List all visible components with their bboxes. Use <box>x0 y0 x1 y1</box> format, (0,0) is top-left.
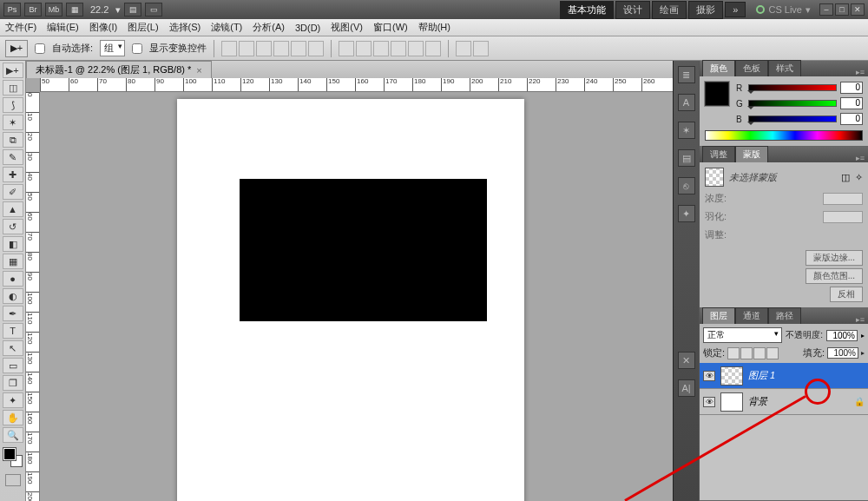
color-swatch-preview[interactable] <box>705 82 729 106</box>
current-tool-icon[interactable]: ▶+ <box>5 40 28 57</box>
marquee-tool[interactable]: ◫ <box>3 80 23 96</box>
tab-adjustments[interactable]: 调整 <box>702 146 735 162</box>
tab-paths[interactable]: 路径 <box>768 307 801 324</box>
align-icon-2[interactable] <box>239 41 254 56</box>
dock-icon-tools[interactable]: ✕ <box>678 352 695 369</box>
tab-channels[interactable]: 通道 <box>735 307 768 324</box>
screenmode-icon[interactable]: ▭ <box>145 3 162 16</box>
layer-name[interactable]: 图层 1 <box>748 369 865 382</box>
distribute-icon-5[interactable] <box>408 41 424 56</box>
workspace-painting[interactable]: 绘画 <box>652 1 687 19</box>
panel-menu-icon[interactable]: ▸≡ <box>856 68 868 76</box>
window-close-icon[interactable]: ✕ <box>851 3 865 16</box>
layer-thumb[interactable] <box>720 366 743 386</box>
distribute-icon-2[interactable] <box>356 41 372 56</box>
menu-image[interactable]: 图像(I) <box>89 21 117 34</box>
gradient-tool[interactable]: ▦ <box>3 254 23 269</box>
window-min-icon[interactable]: – <box>819 3 833 16</box>
align-icon-5[interactable] <box>291 41 306 56</box>
history-tool[interactable]: ↺ <box>3 219 23 234</box>
shape-tool[interactable]: ▭ <box>3 358 23 373</box>
bridge-icon[interactable]: Br <box>24 3 42 16</box>
minibridge-icon[interactable]: Mb <box>45 3 62 16</box>
align-icon-6[interactable] <box>308 41 324 56</box>
dock-icon-history[interactable]: ≣ <box>678 66 695 83</box>
panel-menu-icon[interactable]: ▸≡ <box>856 315 868 324</box>
distribute-icon-3[interactable] <box>373 41 389 56</box>
tab-color[interactable]: 颜色 <box>702 60 735 76</box>
align-icon-3[interactable] <box>256 41 272 56</box>
workspace-photography[interactable]: 摄影 <box>688 1 723 19</box>
dock-icon-paragraph[interactable]: A| <box>678 379 695 397</box>
eraser-tool[interactable]: ◧ <box>3 236 23 252</box>
menu-edit[interactable]: 编辑(E) <box>47 21 79 34</box>
dodge-tool[interactable]: ◐ <box>3 288 23 304</box>
opacity-arrow-icon[interactable]: ▸ <box>861 332 865 339</box>
color-range-button[interactable]: 颜色范围... <box>806 268 863 284</box>
opacity-value[interactable]: 100% <box>826 330 858 341</box>
g-slider[interactable] <box>748 100 837 107</box>
tab-styles[interactable]: 样式 <box>768 60 801 76</box>
workspace-essentials[interactable]: 基本功能 <box>560 1 614 19</box>
crop-tool[interactable]: ⧉ <box>3 132 23 148</box>
dock-icon-character[interactable]: A <box>678 94 695 111</box>
heal-tool[interactable]: ✚ <box>3 167 23 182</box>
auto-select-combo[interactable]: 组 <box>100 40 125 56</box>
hand-tool[interactable]: ✋ <box>3 410 23 425</box>
align-icon-1[interactable] <box>221 41 237 56</box>
cs-live[interactable]: CS Live▾ <box>756 4 811 16</box>
zoom-tool[interactable]: 🔍 <box>3 427 23 443</box>
invert-button[interactable]: 反相 <box>830 287 863 302</box>
stamp-tool[interactable]: ▲ <box>3 201 23 217</box>
path-tool[interactable]: ↖ <box>3 340 23 356</box>
spectrum-ramp[interactable] <box>705 130 863 141</box>
pen-tool[interactable]: ✒ <box>3 306 23 321</box>
b-slider[interactable] <box>748 115 837 122</box>
dock-icon-density[interactable]: ⎋ <box>678 177 695 194</box>
visibility-icon[interactable]: 👁 <box>703 397 715 407</box>
dock-icon-brushpresets[interactable]: ▤ <box>678 149 695 167</box>
close-tab-icon[interactable]: × <box>196 65 201 76</box>
docs-icon[interactable]: ▦ <box>66 3 83 16</box>
mask-edge-button[interactable]: 蒙版边缘... <box>806 250 863 266</box>
menu-layer[interactable]: 图层(L) <box>128 21 158 34</box>
align-icon-4[interactable] <box>273 41 289 56</box>
lock-pixels-icon[interactable] <box>740 347 753 359</box>
menu-file[interactable]: 文件(F) <box>5 21 36 34</box>
menu-view[interactable]: 视图(V) <box>331 21 363 34</box>
color-swatches[interactable] <box>3 448 23 467</box>
panel-menu-icon[interactable]: ▸≡ <box>856 154 868 162</box>
window-max-icon[interactable]: □ <box>835 3 849 16</box>
viewgrid-icon[interactable]: ▤ <box>124 3 141 16</box>
menu-select[interactable]: 选择(S) <box>169 21 201 34</box>
show-transform-checkbox[interactable] <box>132 43 142 54</box>
menu-help[interactable]: 帮助(H) <box>418 21 450 34</box>
auto-select-checkbox[interactable] <box>35 43 45 54</box>
fill-arrow-icon[interactable]: ▸ <box>861 349 865 357</box>
fill-value[interactable]: 100% <box>827 347 858 359</box>
workspace-more[interactable]: » <box>725 2 746 17</box>
menu-analysis[interactable]: 分析(A) <box>253 21 285 34</box>
layer-row[interactable]: 👁 图层 1 <box>700 363 868 389</box>
g-value[interactable]: 0 <box>840 97 863 109</box>
move-tool[interactable]: ▶+ <box>3 63 23 78</box>
brush-tool[interactable]: ✐ <box>3 184 23 200</box>
distribute-icon-4[interactable] <box>391 41 406 56</box>
menu-3d[interactable]: 3D(D) <box>295 23 320 33</box>
foreground-swatch[interactable] <box>3 448 16 460</box>
lock-transparent-icon[interactable] <box>727 347 740 359</box>
dock-icon-brushes[interactable]: ✶ <box>678 122 695 139</box>
zoom-value[interactable]: 22.2 <box>87 4 112 15</box>
lasso-tool[interactable]: ⟆ <box>3 97 23 113</box>
b-value[interactable]: 0 <box>840 113 863 125</box>
blend-mode-combo[interactable]: 正常 <box>703 327 782 343</box>
visibility-icon[interactable]: 👁 <box>703 371 715 381</box>
canvas-viewport[interactable] <box>40 92 673 501</box>
vector-mask-icon[interactable]: ✧ <box>855 172 863 183</box>
tab-swatches[interactable]: 色板 <box>735 60 768 76</box>
3d-camera-tool[interactable]: ✦ <box>3 392 23 408</box>
document-tab[interactable]: 未标题-1 @ 22.2% (图层 1, RGB/8) * × <box>26 61 212 78</box>
distribute-icon-6[interactable] <box>425 41 441 56</box>
r-slider[interactable] <box>748 84 837 91</box>
quickmask-toggle[interactable] <box>5 474 21 486</box>
